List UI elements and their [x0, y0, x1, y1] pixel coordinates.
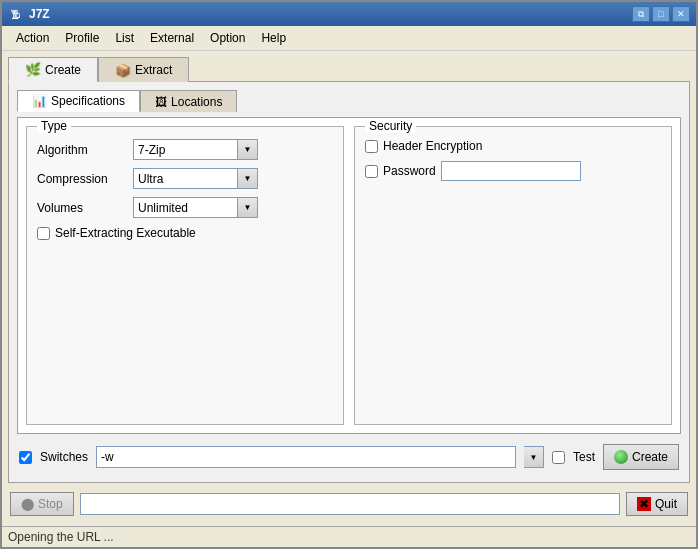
switches-dropdown-btn[interactable]: ▼ [524, 446, 544, 468]
tab-create-label: Create [45, 63, 81, 77]
title-bar-left: 🗜 J7Z [8, 6, 50, 22]
tab-extract[interactable]: 📦 Extract [98, 57, 189, 82]
menu-external[interactable]: External [142, 29, 202, 47]
header-encryption-label: Header Encryption [383, 139, 482, 153]
status-text: Opening the URL ... [8, 530, 114, 544]
switches-bar: Switches ▼ Test Create [17, 440, 681, 474]
maximize-button[interactable]: □ [652, 6, 670, 22]
tab-locations-label: Locations [171, 95, 222, 109]
create-button[interactable]: Create [603, 444, 679, 470]
volumes-row: Volumes ▼ [37, 197, 333, 218]
status-bar: Opening the URL ... [2, 526, 696, 547]
locations-icon: 🖼 [155, 95, 167, 109]
algorithm-dropdown-btn[interactable]: ▼ [238, 139, 258, 160]
type-section-legend: Type [37, 119, 71, 133]
specifications-icon: 📊 [32, 94, 47, 108]
inner-tabs: 📊 Specifications 🖼 Locations [17, 90, 681, 112]
menu-help[interactable]: Help [253, 29, 294, 47]
quit-label: Quit [655, 497, 677, 511]
header-encryption-row: Header Encryption [365, 139, 661, 153]
header-encryption-checkbox[interactable] [365, 140, 378, 153]
volumes-dropdown[interactable]: ▼ [133, 197, 258, 218]
password-input[interactable] [441, 161, 581, 181]
specifications-panel: Type Algorithm ▼ Compression [17, 117, 681, 434]
title-bar: 🗜 J7Z ⧉ □ ✕ [2, 2, 696, 26]
password-row: Password [365, 161, 661, 181]
stop-label: Stop [38, 497, 63, 511]
restore-button[interactable]: ⧉ [632, 6, 650, 22]
create-tab-panel: 📊 Specifications 🖼 Locations Type [8, 81, 690, 483]
content-area: 🌿 Create 📦 Extract 📊 Specifications 🖼 [2, 51, 696, 526]
password-label: Password [383, 164, 436, 178]
tab-create[interactable]: 🌿 Create [8, 57, 98, 82]
volumes-label: Volumes [37, 201, 127, 215]
create-tab-icon: 🌿 [25, 62, 41, 77]
algorithm-label: Algorithm [37, 143, 127, 157]
algorithm-dropdown[interactable]: ▼ [133, 139, 258, 160]
app-icon: 🗜 [8, 6, 24, 22]
type-section: Type Algorithm ▼ Compression [26, 126, 344, 425]
compression-dropdown[interactable]: ▼ [133, 168, 258, 189]
algorithm-input[interactable] [133, 139, 238, 160]
stop-icon: ⬤ [21, 497, 34, 511]
security-section-legend: Security [365, 119, 416, 133]
switches-checkbox[interactable] [19, 451, 32, 464]
tab-specifications-label: Specifications [51, 94, 125, 108]
main-tabs: 🌿 Create 📦 Extract [8, 57, 690, 82]
menu-option[interactable]: Option [202, 29, 253, 47]
compression-dropdown-btn[interactable]: ▼ [238, 168, 258, 189]
action-row: ⬤ Stop ✖ Quit [8, 488, 690, 520]
tab-locations[interactable]: 🖼 Locations [140, 90, 237, 112]
compression-label: Compression [37, 172, 127, 186]
menu-action[interactable]: Action [8, 29, 57, 47]
self-extracting-row: Self-Extracting Executable [37, 226, 333, 240]
stop-button[interactable]: ⬤ Stop [10, 492, 74, 516]
volumes-dropdown-btn[interactable]: ▼ [238, 197, 258, 218]
progress-bar [80, 493, 620, 515]
quit-button[interactable]: ✖ Quit [626, 492, 688, 516]
create-icon [614, 450, 628, 464]
menu-list[interactable]: List [107, 29, 142, 47]
compression-input[interactable] [133, 168, 238, 189]
test-checkbox[interactable] [552, 451, 565, 464]
switches-label: Switches [40, 450, 88, 464]
compression-row: Compression ▼ [37, 168, 333, 189]
menu-profile[interactable]: Profile [57, 29, 107, 47]
algorithm-row: Algorithm ▼ [37, 139, 333, 160]
menu-bar: Action Profile List External Option Help [2, 26, 696, 51]
volumes-input[interactable] [133, 197, 238, 218]
password-checkbox[interactable] [365, 165, 378, 178]
create-label: Create [632, 450, 668, 464]
close-button[interactable]: ✕ [672, 6, 690, 22]
security-section: Security Header Encryption Password [354, 126, 672, 425]
switches-input[interactable] [96, 446, 516, 468]
quit-icon: ✖ [637, 497, 651, 511]
self-extracting-label: Self-Extracting Executable [55, 226, 196, 240]
self-extracting-checkbox[interactable] [37, 227, 50, 240]
tab-container: 🌿 Create 📦 Extract 📊 Specifications 🖼 [8, 57, 690, 483]
test-label: Test [573, 450, 595, 464]
extract-tab-icon: 📦 [115, 63, 131, 78]
tab-extract-label: Extract [135, 63, 172, 77]
main-window: 🗜 J7Z ⧉ □ ✕ Action Profile List External… [0, 0, 698, 549]
tab-specifications[interactable]: 📊 Specifications [17, 90, 140, 112]
window-title: J7Z [29, 7, 50, 21]
title-buttons: ⧉ □ ✕ [632, 6, 690, 22]
